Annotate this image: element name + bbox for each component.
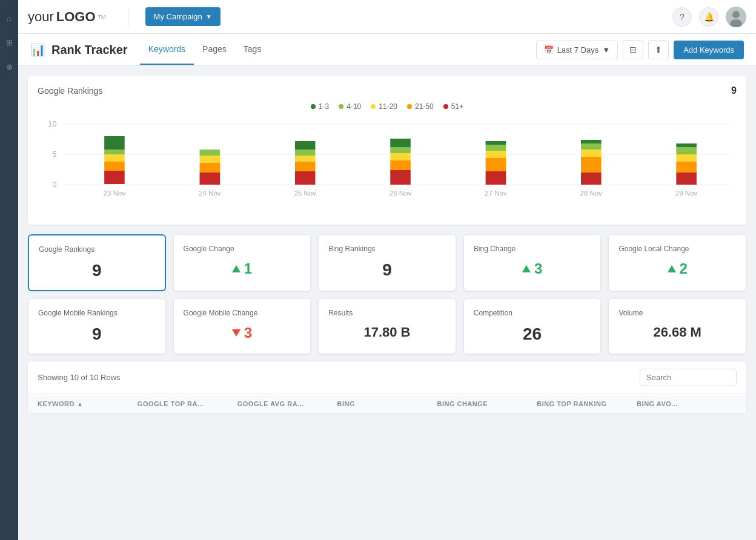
- stat-label-volume: Volume: [618, 309, 736, 317]
- stat-label-bing-change: Bing Change: [474, 245, 591, 253]
- search-icon-bar[interactable]: ⊕: [0, 54, 18, 79]
- stat-card-bing-change[interactable]: Bing Change 3: [463, 234, 602, 291]
- legend-51p: 51+: [443, 102, 463, 111]
- svg-rect-40: [581, 150, 602, 157]
- stat-card-google-change[interactable]: Google Change 1: [173, 234, 311, 291]
- legend-4-10: 4-10: [339, 102, 361, 111]
- svg-text:10: 10: [48, 120, 56, 128]
- page-title: Rank Tracker: [51, 43, 128, 57]
- svg-rect-29: [390, 147, 411, 153]
- svg-rect-47: [676, 147, 697, 154]
- col-keyword[interactable]: KEYWORD ▲: [38, 400, 138, 407]
- legend-label-11-20: 11-20: [379, 102, 397, 111]
- stat-card-results[interactable]: Results 17.80 B: [318, 298, 456, 354]
- svg-point-1: [732, 11, 740, 18]
- date-filter-button[interactable]: 📅 Last 7 Days ▼: [536, 41, 618, 59]
- stat-value-volume: 26.68 M: [618, 324, 736, 340]
- svg-rect-41: [581, 143, 602, 150]
- chart-card: Google Rankings 9 1-3 4-10: [28, 76, 746, 225]
- table-columns: KEYWORD ▲ GOOGLE TOP RA... GOOGLE AVG RA…: [28, 393, 746, 413]
- change-value-google-local-change: 2: [680, 260, 688, 277]
- chart-header: Google Rankings 9: [38, 85, 737, 96]
- svg-rect-12: [104, 150, 125, 154]
- svg-rect-16: [200, 163, 220, 173]
- tab-keywords[interactable]: Keywords: [140, 35, 194, 65]
- change-value-google-mobile-change: 3: [244, 324, 252, 341]
- campaign-button[interactable]: My Campaign ▼: [145, 7, 220, 26]
- add-keywords-button[interactable]: Add Keywords: [674, 41, 744, 59]
- stat-label-results: Results: [328, 309, 446, 317]
- svg-rect-39: [581, 157, 602, 173]
- legend-label-51p: 51+: [451, 102, 463, 111]
- svg-text:5: 5: [52, 150, 56, 159]
- share-button[interactable]: ⬆: [648, 40, 669, 59]
- svg-rect-34: [486, 151, 506, 158]
- legend-dot-4-10: [339, 104, 343, 109]
- sub-header-right: 📅 Last 7 Days ▼ ⊟ ⬆ Add Keywords: [536, 40, 744, 59]
- tab-pages[interactable]: Pages: [194, 35, 235, 65]
- sub-nav: Keywords Pages Tags: [140, 35, 270, 65]
- legend-label-1-3: 1-3: [319, 102, 329, 111]
- col-bing-avo[interactable]: BING AVO...: [637, 400, 737, 407]
- svg-text:23 Nov: 23 Nov: [104, 189, 126, 197]
- col-bing-top-ranking[interactable]: BING TOP RANKING: [537, 400, 637, 407]
- col-bing-change[interactable]: BING CHANGE: [437, 400, 537, 407]
- svg-text:26 Nov: 26 Nov: [390, 189, 412, 197]
- change-value-bing-change: 3: [534, 260, 542, 277]
- columns-button[interactable]: ⊟: [623, 40, 643, 59]
- svg-rect-22: [295, 156, 316, 162]
- stat-card-google-mobile-change[interactable]: Google Mobile Change 3: [173, 298, 311, 354]
- stat-card-google-rankings[interactable]: Google Rankings 9: [28, 234, 166, 291]
- stat-label-google-local-change: Google Local Change: [618, 245, 736, 253]
- col-google-avg-ra[interactable]: GOOGLE AVG RA...: [237, 400, 337, 407]
- svg-rect-33: [486, 158, 506, 171]
- bar-chart-svg: 10 5 0 23 Nov: [38, 118, 737, 215]
- svg-rect-27: [390, 160, 411, 170]
- legend-1-3: 1-3: [311, 102, 329, 111]
- notification-icon[interactable]: 🔔: [699, 7, 718, 27]
- col-bing[interactable]: BING: [337, 400, 437, 407]
- table-header: Showing 10 of 10 Rows: [28, 361, 746, 393]
- legend-dot-51p: [443, 104, 448, 109]
- grid-icon[interactable]: ⊞: [0, 30, 18, 54]
- stat-card-google-mobile-rankings[interactable]: Google Mobile Rankings 9: [28, 298, 166, 354]
- svg-text:24 Nov: 24 Nov: [199, 189, 221, 197]
- tab-tags[interactable]: Tags: [235, 35, 270, 65]
- svg-rect-45: [676, 162, 697, 173]
- help-icon[interactable]: ?: [672, 7, 692, 27]
- home-icon[interactable]: ⌂: [0, 6, 18, 30]
- svg-rect-24: [295, 141, 316, 150]
- stat-card-bing-rankings[interactable]: Bing Rankings 9: [318, 234, 456, 291]
- legend-label-21-50: 21-50: [415, 102, 434, 111]
- stat-card-competition[interactable]: Competition 26: [463, 298, 602, 354]
- avatar[interactable]: [726, 7, 746, 27]
- table-search-input[interactable]: [640, 369, 737, 386]
- svg-text:29 Nov: 29 Nov: [675, 189, 698, 197]
- stat-value-bing-rankings: 9: [328, 260, 446, 280]
- chart-legend: 1-3 4-10 11-20 21-50: [38, 102, 737, 111]
- arrow-up-icon: [232, 265, 240, 272]
- stat-card-volume[interactable]: Volume 26.68 M: [608, 298, 746, 354]
- svg-rect-36: [486, 141, 506, 145]
- logo-bold: LOGO: [56, 9, 96, 25]
- stat-label-google-mobile-change: Google Mobile Change: [184, 309, 301, 317]
- legend-11-20: 11-20: [371, 102, 397, 111]
- table-card: Showing 10 of 10 Rows KEYWORD ▲ GOOGLE T…: [28, 361, 746, 413]
- svg-text:0: 0: [52, 180, 56, 189]
- svg-rect-38: [581, 173, 602, 185]
- avatar-image: [726, 7, 746, 27]
- stat-value-competition: 26: [474, 324, 591, 344]
- date-filter-label: Last 7 Days: [557, 45, 599, 54]
- svg-rect-42: [581, 140, 602, 143]
- col-google-top-ra[interactable]: GOOGLE TOP RA...: [138, 400, 237, 407]
- stat-label-competition: Competition: [474, 309, 591, 317]
- stat-value-google-mobile-rankings: 9: [38, 324, 156, 344]
- page-title-area: 📊 Rank Tracker: [30, 34, 128, 65]
- inner-content: Google Rankings 9 1-3 4-10: [18, 66, 756, 423]
- col-keyword-label: KEYWORD: [38, 400, 75, 407]
- svg-rect-32: [486, 171, 506, 185]
- stat-card-google-local-change[interactable]: Google Local Change 2: [608, 234, 746, 291]
- change-value-google-change: 1: [244, 260, 252, 277]
- svg-rect-46: [676, 154, 697, 162]
- svg-rect-35: [486, 145, 506, 151]
